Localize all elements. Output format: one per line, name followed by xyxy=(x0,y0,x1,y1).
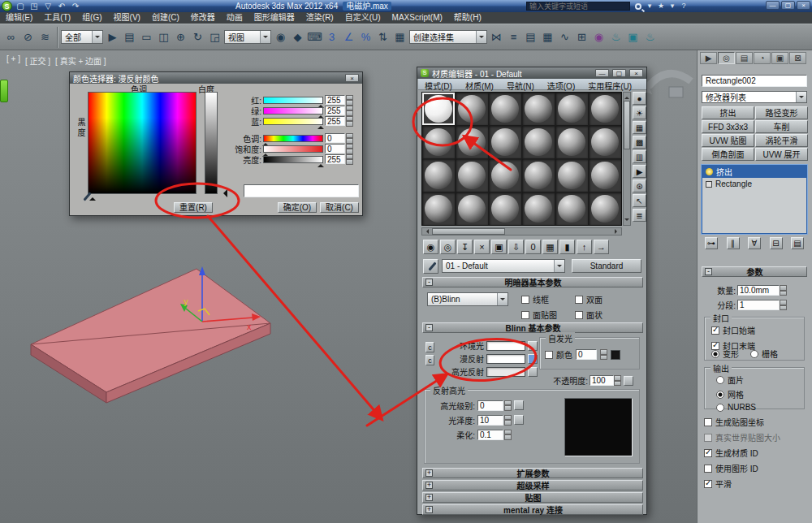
material-sample-slot[interactable] xyxy=(489,93,521,125)
rollout-header-shader[interactable]: - 明暗器基本参数 xyxy=(422,277,643,287)
spinner[interactable] xyxy=(780,285,787,296)
map-button[interactable] xyxy=(528,367,538,377)
color-swatch[interactable] xyxy=(486,341,525,351)
value-field[interactable]: 10 xyxy=(477,415,503,426)
modifier-button[interactable]: 路径变形 xyxy=(755,106,808,119)
material-sample-slot[interactable] xyxy=(522,93,555,125)
rollout-header[interactable]: + 贴图 xyxy=(422,492,643,503)
search-input[interactable] xyxy=(526,2,630,11)
channel-slider[interactable] xyxy=(263,97,323,104)
app-logo-icon[interactable]: S xyxy=(2,1,12,11)
put-to-library-icon[interactable]: ⇩ xyxy=(508,240,524,254)
selfillum-value-field[interactable]: 0 xyxy=(576,349,597,360)
close-icon[interactable]: × xyxy=(629,69,643,77)
color-swatch[interactable] xyxy=(486,367,525,377)
tab-create-icon[interactable]: ▶ xyxy=(700,52,717,64)
rect-selection-region-icon[interactable]: ▭ xyxy=(138,28,155,47)
ok-button[interactable]: 确定(O) xyxy=(278,202,317,213)
graphite-ribbon-icon[interactable]: ▦ xyxy=(539,28,556,47)
modifier-button[interactable]: FFD 3x3x3 xyxy=(702,120,754,133)
star-icon[interactable]: ★ xyxy=(656,1,666,11)
chevron-down-icon[interactable] xyxy=(554,260,564,272)
select-rotate-icon[interactable]: ↻ xyxy=(189,28,206,47)
checkbox-row[interactable]: 封口始端 xyxy=(711,324,755,336)
slots-vertical-scrollbar[interactable] xyxy=(623,92,631,226)
reset-button[interactable]: 重置(R) xyxy=(174,202,213,213)
search-icon[interactable] xyxy=(635,3,641,10)
select-move-icon[interactable]: ⊕ xyxy=(172,28,189,47)
show-end-result-icon[interactable]: ▮ xyxy=(559,240,575,254)
checkbox-row[interactable]: 生成材质 ID xyxy=(704,447,780,459)
menu-item[interactable]: 模式(D) xyxy=(418,79,459,89)
tab-hierarchy-icon[interactable]: ▤ xyxy=(736,52,753,64)
modifier-button[interactable]: 倒角剖面 xyxy=(702,148,754,161)
object-rectangle002-mesh[interactable] xyxy=(31,269,270,403)
checkbox-row[interactable]: 面状 xyxy=(575,309,625,321)
lock-ambient-diffuse-icon[interactable]: c xyxy=(425,342,434,352)
channel-value-field[interactable]: 0 xyxy=(325,144,345,153)
maximize-icon[interactable]: ▢ xyxy=(612,69,626,77)
material-sample-slot[interactable] xyxy=(422,93,455,125)
background-icon[interactable]: ▦ xyxy=(633,121,646,134)
search-dropdown-icon[interactable]: ▾ xyxy=(645,1,654,11)
tab-utilities-icon[interactable]: ⊠ xyxy=(789,52,806,64)
material-sample-slot[interactable] xyxy=(456,159,488,192)
spinner[interactable] xyxy=(346,154,353,165)
new-scene-icon[interactable]: ▢ xyxy=(15,1,26,11)
map-button[interactable] xyxy=(624,376,633,386)
angle-snap-icon[interactable]: ∠ xyxy=(340,28,357,47)
make-unique-icon[interactable]: ∀ xyxy=(748,237,761,249)
menu-item[interactable]: 导航(N) xyxy=(500,79,541,89)
material-sample-slot[interactable] xyxy=(555,192,588,225)
go-parent-icon[interactable]: ↑ xyxy=(577,240,592,254)
segments-field[interactable]: 1 xyxy=(737,300,780,310)
tab-motion-icon[interactable]: ◔ xyxy=(754,52,771,64)
radio-row[interactable]: 变形 xyxy=(711,348,739,360)
checkbox-row[interactable]: 生成贴图坐标 xyxy=(704,416,780,428)
spinner[interactable] xyxy=(346,133,353,144)
menu-item[interactable]: 动画 xyxy=(221,12,248,24)
rollout-header[interactable]: + 超级采样 xyxy=(422,480,643,491)
named-selection-sets-dropdown[interactable]: 创建选择集 xyxy=(409,30,487,44)
channel-slider[interactable] xyxy=(263,135,323,142)
material-sample-slot[interactable] xyxy=(522,126,555,158)
save-file-icon[interactable]: ▽ xyxy=(42,1,54,11)
rollout-header-blinn[interactable]: - Blinn 基本参数 xyxy=(422,322,643,333)
material-sample-slot[interactable] xyxy=(422,159,455,192)
channel-slider[interactable] xyxy=(263,107,323,115)
modifier-button[interactable]: 挤出 xyxy=(702,106,754,119)
mirror-icon[interactable]: ⋈ xyxy=(488,28,505,47)
curve-editor-icon[interactable]: ∿ xyxy=(556,28,573,47)
rollout-header-parameters[interactable]: - 参数 xyxy=(702,266,807,277)
value-field[interactable]: 0 xyxy=(477,400,503,411)
chevron-down-icon[interactable] xyxy=(476,31,486,43)
material-sample-slot[interactable] xyxy=(589,93,621,125)
stack-row-icon[interactable] xyxy=(706,181,712,188)
whiteness-slider[interactable] xyxy=(205,92,218,194)
star-dropdown-icon[interactable]: ▾ xyxy=(667,1,677,11)
modifier-list-dropdown[interactable]: 修改器列表 xyxy=(702,91,807,103)
make-preview-icon[interactable]: ▶ xyxy=(633,165,646,178)
spinner[interactable] xyxy=(504,430,512,440)
value-field[interactable]: 0.1 xyxy=(477,430,503,440)
spinner-snap-icon[interactable]: ⇅ xyxy=(374,28,391,47)
put-material-icon[interactable]: ◎ xyxy=(440,240,456,254)
viewport-view-button[interactable]: [ 正交 ] xyxy=(25,54,50,67)
selfillum-color-swatch[interactable] xyxy=(611,350,620,360)
edit-named-sets-icon[interactable]: ▦ xyxy=(391,28,408,47)
menu-item[interactable]: 工具(T) xyxy=(38,12,76,24)
material-sample-slot[interactable] xyxy=(589,126,621,158)
material-map-navigator-icon[interactable]: ≣ xyxy=(633,209,646,222)
spinner[interactable] xyxy=(504,415,512,426)
chevron-down-icon[interactable] xyxy=(92,31,102,43)
channel-slider[interactable] xyxy=(263,145,323,153)
select-scale-icon[interactable]: ◲ xyxy=(206,28,223,47)
menu-item[interactable]: 材质(M) xyxy=(459,79,500,89)
material-sample-slot[interactable] xyxy=(555,159,588,192)
modifier-button[interactable]: 涡轮平滑 xyxy=(755,134,808,147)
percent-snap-icon[interactable]: % xyxy=(357,28,374,47)
checkbox-row[interactable]: 使用图形 ID xyxy=(704,462,780,474)
open-file-icon[interactable]: ◳ xyxy=(28,1,40,11)
select-object-icon[interactable]: ▶ xyxy=(104,28,121,47)
minimize-icon[interactable]: — xyxy=(595,69,609,77)
